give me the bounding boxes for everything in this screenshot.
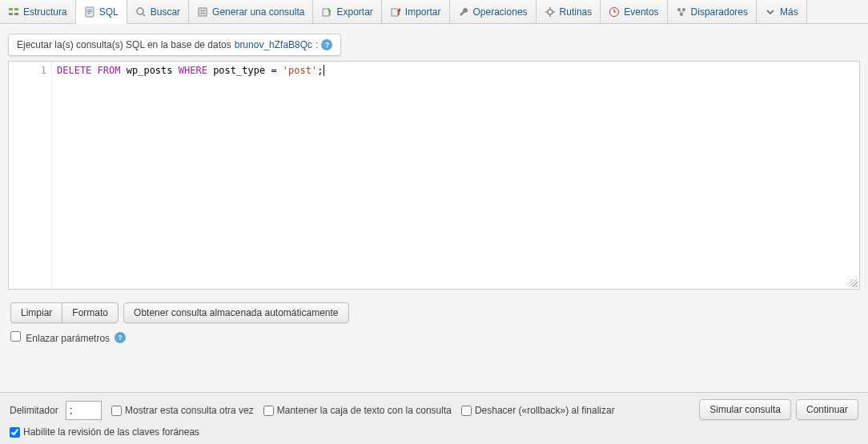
- sql-token: DELETE: [57, 65, 91, 76]
- sql-token: =: [271, 65, 276, 76]
- sql-editor[interactable]: 1 DELETE FROM wp_posts WHERE post_type =…: [8, 61, 860, 290]
- delimiter-group: Delimitador: [10, 401, 102, 420]
- rollback-checkbox[interactable]: [461, 406, 472, 416]
- tab-triggers[interactable]: Disparadores: [668, 0, 757, 23]
- svg-rect-15: [392, 9, 398, 16]
- show-again-label[interactable]: Mostrar esta consulta otra vez: [111, 405, 254, 416]
- svg-rect-5: [87, 10, 92, 10]
- simulate-button[interactable]: Simular consulta: [699, 399, 791, 420]
- sql-token: ;: [317, 65, 323, 76]
- tab-label: SQL: [99, 6, 119, 18]
- tab-label: Rutinas: [560, 6, 593, 18]
- svg-rect-11: [200, 10, 205, 11]
- search-icon: [135, 6, 147, 18]
- clock-icon: [609, 6, 620, 18]
- tab-label: Más: [780, 6, 798, 18]
- tab-more[interactable]: Más: [757, 0, 807, 23]
- svg-rect-12: [200, 13, 205, 14]
- bind-params-text: Enlazar parámetros: [26, 333, 110, 344]
- tab-label: Operaciones: [473, 6, 528, 18]
- tab-search[interactable]: Buscar: [127, 0, 189, 23]
- sql-token: FROM: [98, 65, 121, 76]
- tab-generate[interactable]: Generar una consulta: [189, 0, 313, 23]
- tabs-bar: Estructura SQL Buscar Generar una consul…: [0, 0, 868, 24]
- svg-rect-7: [87, 13, 90, 14]
- format-button[interactable]: Formato: [62, 302, 119, 323]
- go-button[interactable]: Continuar: [796, 399, 858, 420]
- keep-box-text: Mantener la caja de texto con la consult…: [277, 405, 452, 416]
- sql-content: Ejecutar la(s) consulta(s) SQL en la bas…: [0, 24, 868, 362]
- bottom-bar: Delimitador Mostrar esta consulta otra v…: [0, 392, 868, 444]
- tab-operations[interactable]: Operaciones: [450, 0, 536, 23]
- tab-routines[interactable]: Rutinas: [536, 0, 601, 23]
- clear-button[interactable]: Limpiar: [10, 302, 62, 323]
- tab-import[interactable]: Importar: [382, 0, 450, 23]
- fk-check-label[interactable]: Habilite la revisión de las claves forán…: [10, 426, 199, 438]
- tab-label: Generar una consulta: [212, 6, 304, 18]
- delimiter-input[interactable]: [66, 401, 102, 420]
- bind-params-checkbox[interactable]: [10, 331, 21, 342]
- structure-icon: [8, 6, 19, 18]
- show-again-text: Mostrar esta consulta otra vez: [125, 405, 254, 416]
- help-icon[interactable]: ?: [115, 332, 126, 343]
- generate-icon: [197, 6, 208, 18]
- tab-events[interactable]: Eventos: [601, 0, 667, 23]
- tab-label: Eventos: [624, 6, 658, 18]
- delimiter-label: Delimitador: [10, 405, 58, 416]
- sql-token: WHERE: [179, 65, 207, 76]
- tab-structure[interactable]: Estructura: [0, 0, 76, 23]
- fk-check-text: Habilite la revisión de las claves forán…: [23, 426, 199, 438]
- svg-rect-6: [87, 11, 92, 12]
- database-link[interactable]: brunov_hZfaB8Qc: [235, 39, 312, 50]
- editor-gutter: 1: [9, 62, 52, 289]
- tab-export[interactable]: Exportar: [313, 0, 381, 23]
- sql-icon: [84, 6, 95, 18]
- resize-handle[interactable]: [850, 279, 858, 287]
- sql-token: wp_posts: [127, 65, 173, 76]
- svg-rect-0: [9, 8, 13, 10]
- tab-label: Disparadores: [691, 6, 748, 18]
- svg-rect-3: [14, 13, 18, 15]
- sql-token: post_type: [213, 65, 265, 76]
- svg-rect-1: [14, 8, 18, 10]
- bottom-right-buttons: Simular consulta Continuar: [699, 399, 858, 420]
- svg-rect-2: [9, 13, 13, 15]
- bind-params-row: Enlazar parámetros ?: [10, 331, 858, 344]
- chevron-down-icon: [765, 6, 776, 18]
- keep-box-label[interactable]: Mantener la caja de texto con la consult…: [263, 405, 452, 416]
- text-cursor: [323, 65, 324, 76]
- rollback-text: Deshacer («rollback») al finalizar: [475, 405, 615, 416]
- fk-row: Habilite la revisión de las claves forán…: [10, 426, 858, 438]
- gear-icon: [545, 6, 556, 18]
- svg-point-8: [137, 8, 143, 14]
- export-icon: [321, 6, 332, 18]
- tab-label: Estructura: [23, 6, 67, 18]
- import-icon: [390, 6, 401, 18]
- bind-params-label[interactable]: Enlazar parámetros: [10, 331, 110, 344]
- query-header: Ejecutar la(s) consulta(s) SQL en la bas…: [8, 34, 341, 56]
- help-icon[interactable]: ?: [321, 39, 332, 50]
- svg-rect-10: [199, 8, 207, 16]
- tab-label: Buscar: [151, 6, 180, 18]
- tab-label: Importar: [405, 6, 441, 18]
- triggers-icon: [676, 6, 687, 18]
- svg-rect-13: [323, 9, 329, 16]
- editor-code-area[interactable]: DELETE FROM wp_posts WHERE post_type = '…: [52, 62, 859, 289]
- svg-point-17: [548, 10, 553, 14]
- line-number: 1: [9, 65, 46, 76]
- wrench-icon: [458, 6, 469, 18]
- tab-sql[interactable]: SQL: [76, 0, 127, 24]
- svg-line-9: [143, 14, 145, 16]
- fk-check-checkbox[interactable]: [10, 427, 20, 438]
- editor-buttons: Limpiar Formato Obtener consulta almacen…: [10, 302, 858, 323]
- rollback-label[interactable]: Deshacer («rollback») al finalizar: [461, 405, 615, 416]
- show-again-checkbox[interactable]: [111, 406, 122, 416]
- sql-token: 'post': [283, 65, 317, 76]
- header-suffix: :: [315, 39, 318, 50]
- tab-label: Exportar: [336, 6, 372, 18]
- keep-box-checkbox[interactable]: [263, 406, 274, 416]
- autosave-button[interactable]: Obtener consulta almacenada automáticame…: [123, 302, 349, 323]
- header-prefix: Ejecutar la(s) consulta(s) SQL en la bas…: [17, 39, 231, 50]
